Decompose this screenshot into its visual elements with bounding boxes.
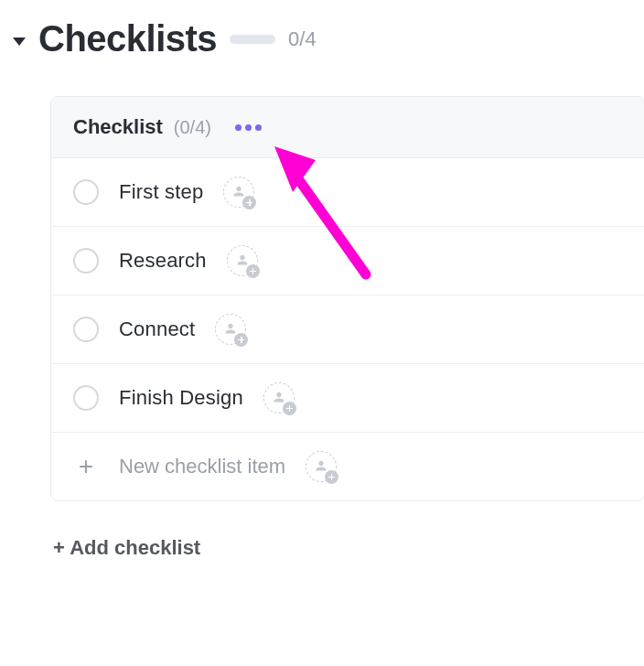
checklist-count: (0/4) — [174, 117, 211, 138]
item-label: Finish Design — [119, 386, 243, 410]
item-label: Connect — [119, 317, 195, 341]
assign-user-icon[interactable] — [223, 177, 254, 208]
add-checklist-button[interactable]: + Add checklist — [53, 536, 200, 560]
collapse-toggle[interactable] — [13, 38, 26, 46]
new-item-row[interactable]: + New checklist item — [51, 433, 644, 500]
checklist-item[interactable]: Research — [51, 227, 644, 295]
assign-user-icon[interactable] — [263, 382, 295, 414]
section-title: Checklists — [38, 18, 217, 59]
progress-bar — [230, 35, 275, 44]
item-label: Research — [119, 249, 207, 273]
checklist-header: Checklist (0/4) — [51, 97, 644, 158]
progress-count: 0/4 — [288, 27, 317, 51]
checklist-item[interactable]: Connect — [51, 295, 644, 364]
checkbox[interactable] — [73, 248, 99, 274]
checkbox[interactable] — [73, 317, 99, 342]
checklist-item[interactable]: First step — [51, 158, 644, 227]
checklist-item[interactable]: Finish Design — [51, 364, 644, 433]
checklist-title: Checklist — [73, 115, 163, 139]
assign-user-icon[interactable] — [215, 314, 246, 345]
checkbox[interactable] — [73, 179, 99, 205]
plus-icon: + — [73, 454, 99, 479]
new-item-placeholder: New checklist item — [119, 455, 285, 478]
checkbox[interactable] — [73, 385, 99, 411]
more-menu-icon[interactable] — [230, 119, 267, 136]
assign-user-icon[interactable] — [227, 245, 258, 276]
assign-user-icon[interactable] — [306, 451, 337, 482]
checklist-card: Checklist (0/4) First step Research — [50, 96, 644, 501]
section-header: Checklists 0/4 — [9, 18, 644, 59]
item-label: First step — [119, 180, 203, 204]
